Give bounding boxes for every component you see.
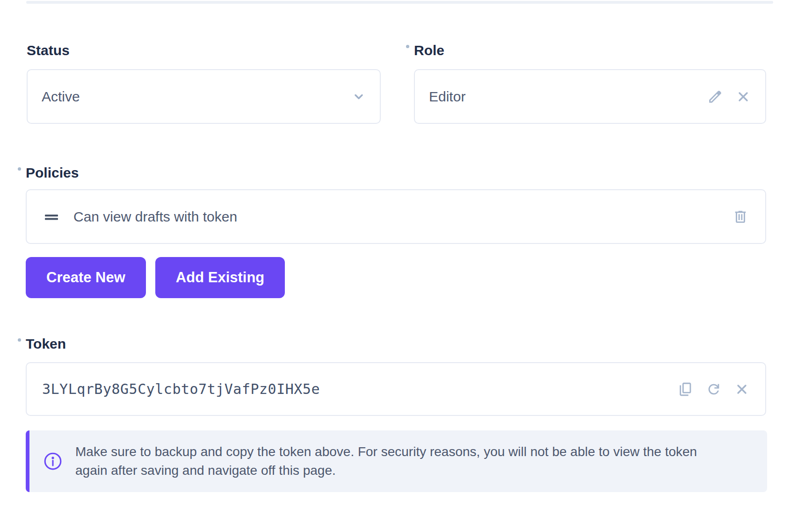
token-field[interactable]: 3LYLqrBy8G5Cylcbto7tjVafPz0IHX5e xyxy=(26,362,766,416)
top-divider xyxy=(26,1,773,4)
create-new-button[interactable]: Create New xyxy=(26,257,146,298)
status-select[interactable]: Active xyxy=(27,69,381,124)
token-field-group: Token 3LYLqrBy8G5Cylcbto7tjVafPz0IHX5e xyxy=(26,336,766,416)
required-dot xyxy=(18,167,21,171)
role-field[interactable]: Editor xyxy=(414,69,766,124)
chevron-down-icon xyxy=(352,90,366,104)
clear-x-icon[interactable] xyxy=(734,381,750,397)
info-icon xyxy=(43,451,63,471)
form-page: Status Active Role Editor xyxy=(0,0,812,529)
refresh-icon[interactable] xyxy=(706,381,722,397)
drag-handle-icon[interactable] xyxy=(44,209,59,225)
policies-label: Policies xyxy=(26,164,79,181)
required-dot xyxy=(18,338,21,342)
role-value: Editor xyxy=(429,89,465,105)
status-field-group: Status Active xyxy=(27,42,381,124)
notice-text: Make sure to backup and copy the token a… xyxy=(75,443,704,480)
add-existing-button[interactable]: Add Existing xyxy=(155,257,285,298)
deselect-x-icon[interactable] xyxy=(735,89,751,105)
policy-title: Can view drafts with token xyxy=(73,209,237,225)
role-field-group: Role Editor xyxy=(414,42,766,124)
policies-field-group: Policies Can view drafts with token Crea… xyxy=(26,164,766,298)
required-dot xyxy=(406,45,409,48)
trash-icon[interactable] xyxy=(732,209,748,225)
status-value: Active xyxy=(42,89,80,105)
policies-actions: Create New Add Existing xyxy=(26,257,766,298)
role-label: Role xyxy=(414,42,444,59)
copy-icon[interactable] xyxy=(678,381,694,397)
token-value: 3LYLqrBy8G5Cylcbto7tjVafPz0IHX5e xyxy=(42,381,320,397)
edit-pencil-icon[interactable] xyxy=(707,89,723,105)
status-label: Status xyxy=(27,42,70,59)
token-label: Token xyxy=(26,336,66,352)
token-backup-notice: Make sure to backup and copy the token a… xyxy=(26,430,767,492)
policy-list-item[interactable]: Can view drafts with token xyxy=(26,189,766,244)
